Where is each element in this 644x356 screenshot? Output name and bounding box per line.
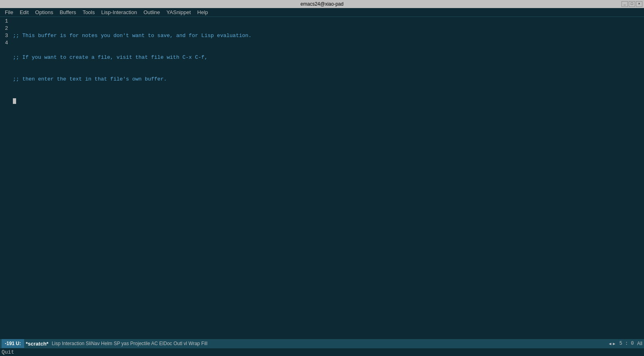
mini-buffer-content: Quit — [2, 349, 14, 355]
mode-line-buffer: *scratch* — [26, 341, 48, 347]
scroll-left-arrow[interactable]: ◄ — [608, 342, 612, 346]
mini-buffer: Quit — [0, 348, 644, 356]
mode-line-modes: Lisp Interaction SliNav Helm SP yas Proj… — [52, 341, 608, 346]
code-area[interactable]: ;; This buffer is for notes you don't wa… — [11, 17, 644, 339]
menu-edit[interactable]: Edit — [17, 8, 32, 16]
menu-bar: File Edit Options Buffers Tools Lisp-Int… — [0, 8, 644, 17]
menu-options[interactable]: Options — [32, 8, 56, 16]
mode-line-all: All — [637, 341, 642, 346]
mode-line-indicator: -191 U: — [2, 339, 24, 348]
menu-outline[interactable]: Outline — [140, 8, 163, 16]
close-button[interactable]: × — [636, 1, 642, 7]
menu-yasnippet[interactable]: YASnippet — [163, 8, 194, 16]
line-number-1: 1 — [0, 18, 10, 25]
line-number-3: 3 — [0, 32, 10, 39]
menu-help[interactable]: Help — [194, 8, 211, 16]
line-number-4: 4 — [0, 39, 10, 47]
mode-line-left: -191 U: *scratch* Lisp Interaction SliNa… — [2, 339, 608, 348]
minimize-button[interactable]: _ — [621, 1, 628, 7]
maximize-button[interactable]: □ — [629, 1, 635, 7]
code-line-2: ;; If you want to create a file, visit t… — [13, 54, 644, 61]
window-controls[interactable]: _ □ × — [621, 0, 642, 8]
editor-area[interactable]: 1 2 3 4 ;; This buffer is for notes you … — [0, 17, 644, 339]
line-numbers: 1 2 3 4 — [0, 17, 11, 339]
menu-buffers[interactable]: Buffers — [56, 8, 79, 16]
scroll-right-arrow[interactable]: ► — [612, 342, 616, 346]
menu-lisp-interaction[interactable]: Lisp-Interaction — [98, 8, 140, 16]
mode-line-right: ◄ ► 5 : 0 All — [608, 341, 642, 346]
mode-line: -191 U: *scratch* Lisp Interaction SliNa… — [0, 339, 644, 348]
mode-line-scroll[interactable]: ◄ ► — [608, 342, 616, 346]
mode-line-position: 5 : 0 — [619, 341, 634, 346]
text-cursor — [13, 98, 16, 104]
title-bar: emacs24@xiao-pad _ □ × — [0, 0, 644, 8]
line-number-2: 2 — [0, 25, 10, 32]
menu-file[interactable]: File — [2, 8, 17, 16]
code-line-3: ;; then enter the text in that file's ow… — [13, 76, 644, 83]
window-title: emacs24@xiao-pad — [301, 1, 344, 7]
code-line-4 — [13, 97, 644, 105]
code-line-1: ;; This buffer is for notes you don't wa… — [13, 32, 644, 39]
menu-tools[interactable]: Tools — [79, 8, 98, 16]
